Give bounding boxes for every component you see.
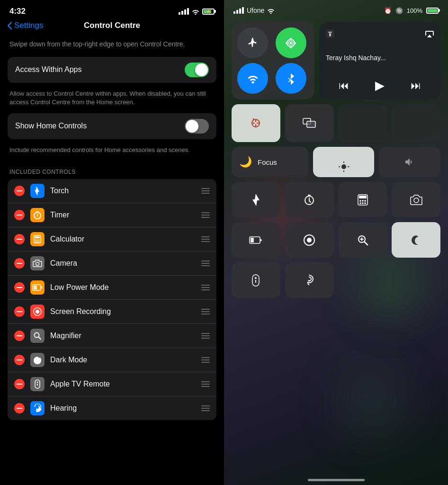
rewind-button[interactable]: ⏮ — [339, 80, 349, 92]
drag-handle[interactable] — [201, 333, 210, 339]
play-button[interactable]: ▶ — [375, 78, 385, 93]
show-home-controls-section: Show Home Controls — [8, 113, 216, 139]
torch-icon — [30, 184, 45, 198]
svg-point-50 — [307, 238, 312, 242]
drag-handle[interactable] — [201, 381, 210, 387]
svg-point-10 — [36, 262, 39, 266]
remove-button[interactable] — [14, 210, 25, 220]
cc-camera-button[interactable] — [392, 182, 440, 217]
list-item[interactable]: Hearing — [8, 396, 216, 420]
cc-dark-mode-button[interactable] — [392, 222, 440, 258]
cc-magnifier-button[interactable] — [339, 222, 387, 258]
svg-rect-39 — [359, 196, 367, 198]
list-item[interactable]: Timer — [8, 203, 216, 227]
drag-handle[interactable] — [201, 212, 210, 218]
control-label-magnifier: Magnifier — [50, 332, 196, 340]
drag-handle[interactable] — [201, 260, 210, 266]
svg-point-5 — [37, 240, 38, 241]
hearing-icon — [30, 401, 45, 415]
list-item[interactable]: Low Power Mode — [8, 276, 216, 300]
svg-rect-30 — [307, 121, 315, 127]
cc-battery-icon — [426, 8, 439, 14]
drag-handle[interactable] — [201, 309, 210, 314]
list-item[interactable]: Apple TV Remote — [8, 372, 216, 396]
control-centre-panel: Ufone ⏰ 🔘 100% — [224, 0, 448, 485]
control-label-torch: Torch — [50, 187, 196, 195]
access-within-apps-desc: Allow access to Control Centre within ap… — [0, 87, 224, 113]
drag-handle[interactable] — [201, 405, 210, 411]
svg-line-52 — [364, 242, 367, 245]
list-item[interactable]: Screen Recording — [8, 300, 216, 324]
show-home-controls-row[interactable]: Show Home Controls — [15, 113, 209, 139]
signal-bars-icon — [179, 8, 189, 15]
cc-torch-button[interactable] — [232, 182, 280, 217]
cc-signal-icon — [233, 7, 244, 14]
remove-button[interactable] — [14, 258, 25, 269]
status-bar: 4:32 ⚡ — [0, 0, 224, 19]
remove-button[interactable] — [14, 282, 25, 293]
remove-button[interactable] — [14, 331, 25, 341]
drag-handle[interactable] — [201, 236, 210, 242]
remove-button[interactable] — [14, 186, 25, 196]
carrier-name: Ufone — [247, 7, 264, 14]
toggle-knob — [195, 63, 208, 76]
remove-button[interactable] — [14, 403, 25, 413]
settings-panel: 4:32 ⚡ Settings Control Centr — [0, 0, 224, 485]
list-item[interactable]: Camera — [8, 251, 216, 276]
drag-handle[interactable] — [201, 357, 210, 363]
list-item[interactable]: Calculator — [8, 227, 216, 251]
toggle-knob-2 — [186, 120, 198, 133]
svg-point-43 — [359, 202, 361, 204]
calculator-icon — [30, 232, 45, 246]
remove-button[interactable] — [14, 355, 25, 365]
cc-empty-2 — [392, 104, 440, 142]
cc-row-6 — [232, 262, 440, 298]
focus-button[interactable]: 🌙 Focus — [232, 147, 308, 177]
apple-tv-remote-icon — [30, 377, 45, 391]
wifi-icon — [192, 8, 199, 15]
airplay-icon[interactable] — [425, 28, 434, 38]
bluetooth-toggle-button[interactable] — [276, 63, 306, 94]
back-button[interactable]: Settings — [8, 21, 43, 30]
list-item[interactable]: Dark Mode — [8, 348, 216, 372]
svg-point-44 — [362, 202, 364, 204]
cc-screen-record-button[interactable] — [285, 222, 334, 258]
airplane-mode-button[interactable] — [237, 27, 268, 58]
remove-button[interactable] — [14, 306, 25, 317]
list-item[interactable]: Magnifier — [8, 324, 216, 348]
remove-button[interactable] — [14, 379, 25, 389]
screen-mirror-button[interactable] — [285, 104, 334, 142]
screen-recording-icon — [30, 305, 45, 319]
cc-hearing-button[interactable] — [285, 262, 334, 298]
control-label-apple-tv-remote: Apple TV Remote — [50, 380, 196, 388]
status-icons: ⚡ — [179, 8, 215, 15]
cc-calculator-button[interactable] — [339, 182, 387, 217]
cc-remote-button[interactable] — [232, 262, 280, 298]
access-within-apps-toggle[interactable] — [185, 63, 209, 77]
show-home-controls-toggle[interactable] — [185, 119, 209, 134]
access-within-apps-section: Access Within Apps — [8, 57, 216, 83]
drag-handle[interactable] — [201, 285, 210, 290]
top-description: Swipe down from the top-right edge to op… — [0, 35, 224, 57]
dark-mode-icon — [30, 353, 45, 367]
svg-rect-12 — [34, 286, 37, 289]
rotation-lock-button[interactable] — [232, 104, 280, 142]
cc-low-power-button[interactable] — [232, 222, 280, 258]
svg-rect-19 — [37, 384, 38, 386]
cc-timer-button[interactable] — [285, 182, 334, 217]
list-item[interactable]: Torch — [8, 179, 216, 203]
drag-handle[interactable] — [201, 188, 210, 194]
brightness-button[interactable] — [313, 147, 375, 177]
wifi-toggle-button[interactable] — [237, 63, 268, 94]
show-home-controls-label: Show Home Controls — [15, 122, 87, 130]
control-label-camera: Camera — [50, 259, 196, 268]
remove-button[interactable] — [14, 234, 25, 244]
status-time: 4:32 — [9, 7, 26, 16]
volume-button[interactable] — [379, 147, 440, 177]
cellular-data-button[interactable] — [276, 27, 306, 58]
access-within-apps-row[interactable]: Access Within Apps — [15, 57, 209, 83]
svg-point-9 — [38, 241, 39, 242]
fast-forward-button[interactable]: ⏭ — [411, 80, 421, 92]
svg-point-8 — [37, 241, 38, 242]
focus-label: Focus — [258, 158, 277, 166]
